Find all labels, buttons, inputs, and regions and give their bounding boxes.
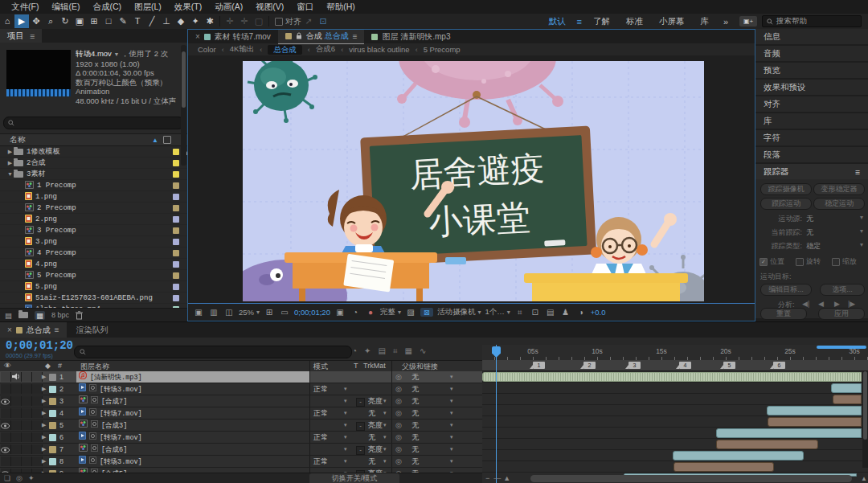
timeline-zoom-control[interactable]: −—▲ (485, 474, 510, 482)
workspace-active[interactable]: 默认 (540, 16, 573, 27)
trkmat-value[interactable]: 无 (368, 456, 375, 467)
expand-inout-icon[interactable]: ✦ (28, 473, 35, 483)
layer-name[interactable]: [合成7] (76, 395, 309, 407)
channels-icon[interactable]: ● (365, 308, 376, 317)
layer-solo-toggle[interactable] (22, 408, 32, 418)
tab-对齐[interactable]: 对齐 (755, 96, 868, 112)
tab-project[interactable]: 项目 ≡ (0, 29, 42, 43)
trkmat-value[interactable]: 亮度 (368, 444, 383, 455)
panel-menu-icon[interactable]: ≡ (353, 32, 358, 41)
layer-audio-toggle[interactable] (11, 372, 22, 382)
frame-blend-icon[interactable]: ⌗ (393, 346, 398, 356)
view-axis-icon[interactable]: ▢ (252, 14, 266, 28)
camera-tool-icon[interactable]: ▣ (72, 14, 87, 28)
twirl-icon[interactable]: ▶ (42, 407, 46, 419)
tracker-field-value[interactable]: 无 (806, 227, 813, 238)
label-color-chip[interactable] (173, 227, 179, 234)
hide-shy-icon[interactable]: ▤ (378, 346, 385, 356)
chevron-down-icon[interactable]: ▾ (344, 407, 347, 419)
current-timecode[interactable]: 0;00;01;20 (6, 339, 73, 352)
3d-glasses-icon[interactable]: ◫ (223, 308, 235, 317)
snap-checkbox[interactable] (275, 18, 283, 26)
composition-marker[interactable]: 4 (679, 362, 691, 369)
layer-solo-toggle[interactable] (22, 456, 32, 466)
twirl-icon[interactable]: ▶ (42, 395, 46, 407)
layer-solo-toggle[interactable] (22, 432, 32, 442)
exposure-value[interactable]: +0.0 (591, 308, 606, 317)
tab-段落[interactable]: 段落 (755, 147, 868, 162)
snapshot-icon[interactable]: ▣ (334, 308, 346, 317)
timeline-vertical-scrollbar[interactable] (862, 371, 868, 468)
label-color-chip[interactable] (173, 261, 179, 268)
brush-tool-icon[interactable]: ╱ (145, 14, 159, 28)
layer-row[interactable]: ▶3[合成7]▾-亮度▾◎无▾ (0, 395, 482, 407)
stabilize-motion-button[interactable]: 稳定运动 (813, 198, 865, 210)
parent-value[interactable]: 无 (411, 432, 419, 443)
analyze-fwd-keyframe-icon[interactable]: |▶ (848, 300, 855, 308)
flow-item[interactable]: 5 Precomp (424, 45, 461, 54)
grid-guides-icon[interactable]: ⊞ (264, 308, 275, 317)
new-folder-icon[interactable] (18, 312, 28, 318)
composition-marker[interactable]: 2 (583, 362, 596, 369)
tab-库[interactable]: 库 (755, 113, 868, 129)
blend-mode-value[interactable]: 正常 (313, 383, 328, 395)
layer-solo-toggle[interactable] (22, 420, 32, 430)
project-search-input[interactable] (3, 117, 184, 129)
layer-duration-bar[interactable] (833, 395, 862, 404)
composition-marker[interactable]: 5 (723, 362, 735, 369)
layer-audio-toggle[interactable] (11, 432, 22, 442)
apply-button[interactable]: 应用 (818, 308, 865, 320)
tab-tracker[interactable]: 跟踪器 ≡ (755, 164, 868, 179)
chevron-down-icon[interactable]: ▾ (450, 371, 453, 383)
tracker-checkbox-位置[interactable]: ✓位置 (760, 256, 784, 267)
parent-value[interactable]: 无 (411, 395, 419, 407)
toggle-switches-modes-button[interactable]: 切换开关/模式 (309, 473, 399, 483)
flow-item[interactable]: Color (198, 45, 216, 54)
workspace-item[interactable]: 了解 (585, 16, 618, 27)
layer-solo-toggle[interactable] (22, 384, 32, 394)
parent-pickwhip-icon[interactable]: ◎ (395, 420, 402, 431)
layer-visibility-toggle[interactable] (1, 396, 11, 406)
layer-visibility-toggle[interactable] (1, 408, 11, 418)
snap-toggle[interactable]: 对齐 (275, 16, 301, 27)
expand-icon[interactable]: ⊡ (316, 14, 330, 28)
track-camera-button[interactable]: 跟踪摄像机 (760, 183, 812, 195)
clone-stamp-tool-icon[interactable]: ⊥ (159, 14, 174, 28)
layer-audio-toggle[interactable] (11, 444, 22, 454)
label-color-chip[interactable] (173, 272, 179, 279)
puppet-tool-icon[interactable]: ✱ (203, 14, 217, 28)
workspace-bar-icon[interactable]: ▣+ (739, 16, 757, 27)
motion-blur-icon[interactable]: ▦ (405, 346, 412, 356)
composition-mini-flow-icon[interactable]: ◔ (352, 346, 357, 356)
label-color-chip[interactable] (173, 160, 179, 166)
parent-pickwhip-icon[interactable]: ◎ (395, 444, 402, 455)
composition-marker[interactable]: 3 (628, 362, 641, 369)
preserve-transparency-toggle[interactable]: - (356, 398, 365, 407)
layer-duration-bar[interactable] (768, 417, 862, 427)
layer-duration-bar[interactable] (716, 440, 818, 449)
tracker-field-value[interactable]: 无 (806, 214, 813, 224)
layer-name[interactable]: [合成6] (76, 444, 309, 455)
chevron-down-icon[interactable]: ▾ (450, 456, 453, 467)
menu-item[interactable]: 图层(L) (128, 0, 168, 14)
layer-row[interactable]: ▶7[合成6]▾-亮度▾◎无▾ (0, 444, 482, 456)
label-color-chip[interactable] (173, 149, 179, 155)
tab-composition-timeline[interactable]: × 总合成 ≡ (0, 322, 67, 338)
label-color-chip[interactable] (173, 284, 179, 290)
chevron-down-icon[interactable]: ▾ (344, 444, 347, 455)
chevron-down-icon[interactable]: ▾ (450, 395, 453, 407)
parent-value[interactable]: 无 (411, 383, 419, 395)
menu-item[interactable]: 效果(T) (168, 0, 208, 14)
region-of-interest-icon[interactable]: ▭ (279, 308, 290, 317)
tab-信息[interactable]: 信息 (755, 29, 868, 44)
warp-stabilizer-button[interactable]: 变形稳定器 (813, 183, 865, 195)
panel-menu-icon[interactable]: ≡ (30, 31, 35, 41)
roto-brush-tool-icon[interactable]: ✦ (188, 14, 203, 28)
camera-dropdown[interactable]: 活动摄像机▾ (437, 307, 481, 317)
layer-audio-toggle[interactable] (11, 420, 22, 430)
help-search-input[interactable]: 搜索帮助 (762, 15, 862, 27)
project-item[interactable]: ▶1修改模板 (0, 146, 187, 158)
layer-color-chip[interactable] (49, 398, 56, 405)
trkmat-value[interactable]: 无 (368, 407, 375, 419)
project-item[interactable]: 2.png (0, 214, 187, 225)
